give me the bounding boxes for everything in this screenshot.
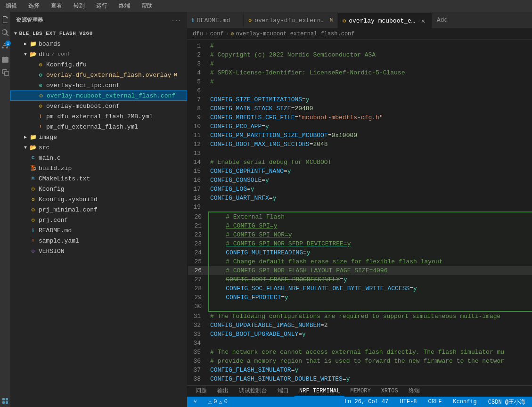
activity-extensions[interactable]	[1, 68, 9, 77]
status-eol[interactable]: CRLF	[426, 397, 445, 407]
sidebar-item-kconfig[interactable]: ⚙ Kconfig	[10, 184, 187, 194]
kconfig-dfu-icon: ⚙	[37, 61, 44, 68]
activity-debug[interactable]	[1, 55, 9, 64]
sidebar-item-kconfig-dfu[interactable]: ⚙ Kconfig.dfu	[10, 59, 187, 70]
status-position[interactable]: Ln 26, Col 47	[342, 397, 392, 407]
panel-tab-terminal[interactable]: 终端	[404, 386, 425, 397]
breadcrumb-sep-2: ›	[226, 31, 229, 37]
svg-rect-1	[6, 398, 8, 400]
sidebar-actions: ···	[172, 17, 181, 23]
code-line-34: 34	[187, 339, 532, 348]
status-errors[interactable]: ⚠ 0 ⚠ 0	[205, 397, 230, 407]
sidebar-item-prj-conf[interactable]: ⚙ prj.conf	[10, 215, 187, 225]
kconfig-icon: ⚙	[29, 185, 37, 193]
code-editor[interactable]: 1 # 2 # Copyright (c) 2022 Nordic Semico…	[187, 40, 532, 385]
sidebar-item-image[interactable]: ▶ 📁 image	[10, 132, 187, 142]
status-encoding[interactable]: UTF-8	[397, 397, 420, 407]
code-line-11: 11 CONFIG_PM_PARTITION_SIZE_MCUBOOT=0x10…	[187, 131, 532, 140]
tab-overlay-dfu[interactable]: ⚙ overlay-dfu_external_flash.overlay M	[244, 13, 338, 28]
breadcrumb-item-conf[interactable]: conf	[210, 31, 224, 37]
root-folder-label: BLE_LBS_EXT_FLASH_V260	[19, 31, 93, 36]
version-label: VERSION	[39, 248, 65, 255]
code-line-4: 4 # SPDX-License-Identifier: LicenseRef-…	[187, 68, 532, 77]
menubar-item-edit[interactable]: 编辑	[4, 1, 19, 11]
sidebar-item-src[interactable]: ▼ 📂 src	[10, 142, 187, 153]
add-tab-button[interactable]: Add	[432, 12, 452, 28]
sidebar-item-kconfig-sysbuild[interactable]: ⚙ Kconfig.sysbuild	[10, 194, 187, 204]
overlay-dfu-badge: M	[174, 72, 177, 78]
panel-tab-memory[interactable]: MEMORY	[345, 386, 375, 397]
prj-minimal-icon: ⚙	[29, 206, 37, 213]
menubar-item-select[interactable]: 选择	[26, 1, 41, 11]
sidebar-more-icon[interactable]: ···	[172, 17, 181, 23]
sidebar-title: 资源管理器	[16, 16, 43, 24]
panel-tab-problems[interactable]: 问题	[191, 386, 212, 397]
sidebar-item-dfu[interactable]: ▼ 📂 dfu / conf	[10, 49, 187, 59]
code-line-8: 8 CONFIG_MAIN_STACK_SIZE=20480	[187, 104, 532, 113]
overlay-mcuboot-tab-close[interactable]: ✕	[419, 17, 427, 24]
activity-search[interactable]	[1, 29, 9, 37]
sidebar-item-overlay-mcuboot[interactable]: ⚙ overlay-mcuboot_external_flash.conf	[10, 90, 187, 101]
boards-label: boards	[39, 41, 61, 48]
panel-tab-xrtos[interactable]: XRTOS	[376, 386, 403, 397]
tab-readme[interactable]: ℹ README.md	[187, 13, 244, 28]
sidebar-item-overlay-hci[interactable]: ⚙ overlay-hci_ipc.conf	[10, 80, 187, 90]
code-line-35: 35 # The network core cannot access exte…	[187, 348, 532, 357]
sidebar-item-overlay-dfu[interactable]: ⚙ overlay-dfu_external_flash.overlay M	[10, 70, 187, 80]
panel-tab-output[interactable]: 输出	[213, 386, 233, 397]
menubar-item-help[interactable]: 帮助	[139, 1, 155, 11]
sidebar-item-build-zip[interactable]: 🗜 build.zip	[10, 163, 187, 173]
sidebar-item-prj-minimal[interactable]: ⚙ prj_minimal.conf	[10, 204, 187, 215]
code-line-39: 39 CONFIG_FLASH_SIMULATOR_STATS=n	[187, 383, 532, 385]
root-folder[interactable]: ▼ BLE_LBS_EXT_FLASH_V260	[10, 28, 187, 39]
activity-git[interactable]: 1	[1, 42, 9, 50]
sidebar-item-sample-yaml[interactable]: ! sample.yaml	[10, 236, 187, 246]
overlay-mcuboot-icon: ⚙	[37, 92, 45, 99]
sidebar-item-overlay-mcuboot2[interactable]: ⚙ overlay-mcuboot.conf	[10, 101, 187, 111]
sidebar-item-version[interactable]: ⊙ VERSION	[10, 246, 187, 256]
tab-overlay-mcuboot[interactable]: ⚙ overlay-mcuboot_external_flash.conf ✕	[338, 13, 432, 28]
activity-explorer[interactable]	[1, 16, 9, 24]
sidebar-item-cmake[interactable]: M CMakeLists.txt	[10, 173, 187, 184]
status-language[interactable]: Kconfig	[450, 397, 479, 407]
panel-tab-nrf-terminal[interactable]: NRF TERMINAL	[295, 386, 344, 397]
src-label: src	[39, 144, 49, 151]
sidebar-item-boards[interactable]: ▶ 📁 boards	[10, 39, 187, 49]
build-zip-icon: 🗜	[29, 164, 37, 172]
boards-folder-icon: 📁	[29, 40, 37, 48]
menubar-item-view[interactable]: 查看	[49, 1, 64, 11]
breadcrumb-item-dfu[interactable]: dfu	[193, 31, 203, 37]
readme-tab-label: README.md	[197, 17, 238, 24]
panel-tab-debug-console[interactable]: 调试控制台	[234, 386, 272, 397]
overlay-hci-label: overlay-hci_ipc.conf	[46, 82, 120, 89]
breadcrumb-item-file[interactable]: overlay-mcuboot_external_flash.conf	[236, 31, 354, 37]
overlay-mcuboot-tab-icon: ⚙	[343, 17, 346, 24]
sidebar-item-pm-dfu-2mb[interactable]: ! pm_dfu_external_flash_2MB.yml	[10, 111, 187, 122]
tabs-bar: ℹ README.md ⚙ overlay-dfu_external_flash…	[187, 12, 532, 28]
breadcrumb: dfu › conf › ⚙ overlay-mcuboot_external_…	[187, 28, 532, 40]
overlay-mcuboot-tab-label: overlay-mcuboot_external_flash.conf	[349, 17, 417, 24]
overlay-dfu-tab-modified: M	[330, 18, 333, 23]
panel-tab-ports[interactable]: 端口	[273, 386, 294, 397]
sidebar-item-main-c[interactable]: C main.c	[10, 153, 187, 163]
code-line-26: 26 # CONFIG_SPI_NOR_FLASH_LAYOUT_PAGE_SI…	[188, 266, 532, 275]
warning-icon: ⚠	[219, 399, 222, 406]
code-line-14: 14 # Enable serial debug for MCUBOOT	[187, 158, 532, 167]
menubar-item-run[interactable]: 运行	[94, 1, 109, 11]
status-bar: ⑂ ⚠ 0 ⚠ 0 Ln 26, Col 47 UTF-8	[187, 397, 532, 407]
menubar-item-terminal[interactable]: 终端	[117, 1, 132, 11]
build-zip-label: build.zip	[39, 165, 72, 172]
overlay-dfu-tab-label: overlay-dfu_external_flash.overlay	[254, 17, 327, 24]
sidebar-content: ▼ BLE_LBS_EXT_FLASH_V260 ▶ 📁 boards ▼ 📂 …	[10, 28, 187, 407]
git-branch-icon: ⑂	[194, 399, 197, 405]
sidebar-item-pm-dfu[interactable]: ! pm_dfu_external_flash.yml	[10, 122, 187, 132]
overlay-mcuboot2-icon: ⚙	[37, 102, 44, 110]
status-git[interactable]: ⑂	[191, 397, 200, 407]
code-line-18: 18 CONFIG_UART_NRFX=y	[187, 194, 532, 203]
readme-label: README.md	[39, 227, 72, 234]
status-left: ⑂ ⚠ 0 ⚠ 0	[191, 397, 230, 407]
sidebar-item-readme[interactable]: ℹ README.md	[10, 225, 187, 236]
activity-bar: 1	[0, 12, 10, 407]
activity-nrf[interactable]	[1, 397, 9, 405]
menubar-item-goto[interactable]: 转到	[72, 1, 87, 11]
